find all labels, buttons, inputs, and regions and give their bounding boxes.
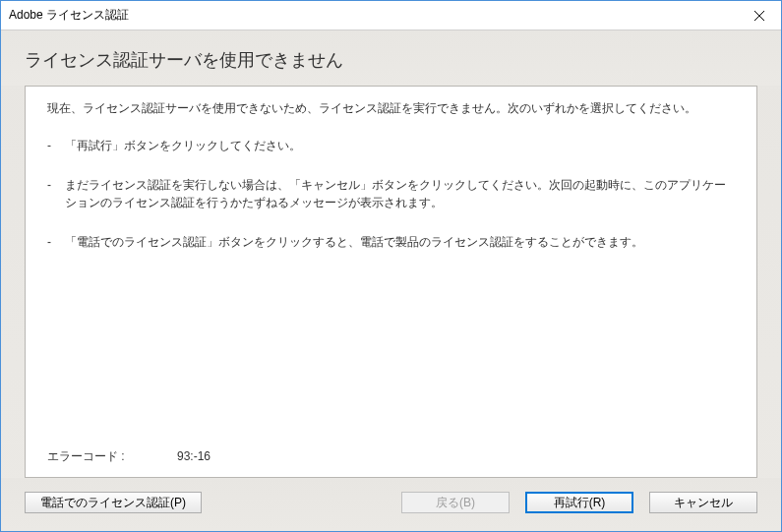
- titlebar: Adobe ライセンス認証: [1, 1, 781, 30]
- back-button[interactable]: 戻る(B): [401, 492, 510, 513]
- window-title: Adobe ライセンス認証: [9, 7, 129, 24]
- list-item-text: まだライセンス認証を実行しない場合は、「キャンセル」ボタンをクリックしてください…: [65, 176, 735, 211]
- close-icon: [754, 11, 764, 21]
- list-item: - 「再試行」ボタンをクリックしてください。: [47, 137, 735, 154]
- list-item: - まだライセンス認証を実行しない場合は、「キャンセル」ボタンをクリックしてくだ…: [47, 176, 735, 211]
- content-wrapper: ライセンス認証サーバを使用できません 現在、ライセンス認証サーバを使用できないた…: [1, 30, 781, 531]
- retry-button[interactable]: 再試行(R): [525, 492, 633, 513]
- heading-area: ライセンス認証サーバを使用できません: [1, 30, 781, 86]
- button-bar: 電話でのライセンス認証(P) 戻る(B) 再試行(R) キャンセル: [1, 478, 781, 531]
- error-code-area: エラーコード : 93:-16: [47, 448, 211, 465]
- bullet-marker: -: [47, 176, 65, 211]
- page-heading: ライセンス認証サーバを使用できません: [25, 48, 757, 72]
- close-button[interactable]: [737, 1, 781, 30]
- intro-text: 現在、ライセンス認証サーバを使用できないため、ライセンス認証を実行できません。次…: [47, 100, 735, 117]
- dialog-window: Adobe ライセンス認証 ライセンス認証サーバを使用できません 現在、ライセン…: [0, 0, 782, 532]
- list-item-text: 「再試行」ボタンをクリックしてください。: [65, 137, 735, 154]
- error-code-value: 93:-16: [177, 449, 211, 463]
- bullet-marker: -: [47, 233, 65, 251]
- option-list: - 「再試行」ボタンをクリックしてください。 - まだライセンス認証を実行しない…: [47, 137, 735, 251]
- phone-activation-button[interactable]: 電話でのライセンス認証(P): [25, 492, 202, 513]
- message-panel: 現在、ライセンス認証サーバを使用できないため、ライセンス認証を実行できません。次…: [25, 86, 757, 478]
- list-item-text: 「電話でのライセンス認証」ボタンをクリックすると、電話で製品のライセンス認証をす…: [65, 233, 735, 251]
- error-code-label: エラーコード :: [47, 448, 125, 465]
- bullet-marker: -: [47, 137, 65, 154]
- list-item: - 「電話でのライセンス認証」ボタンをクリックすると、電話で製品のライセンス認証…: [47, 233, 735, 251]
- cancel-button[interactable]: キャンセル: [649, 492, 757, 513]
